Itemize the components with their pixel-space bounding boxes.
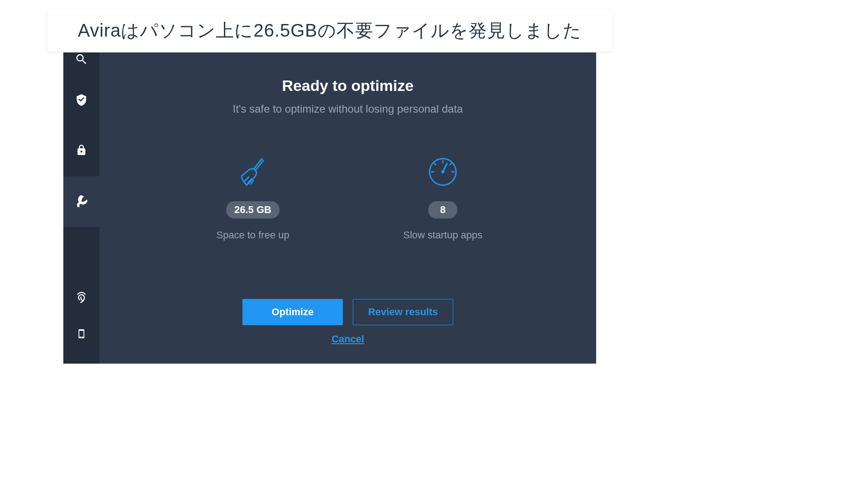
rocket-icon [75,194,88,209]
annotation-banner: Aviraはパソコン上に26.5GBの不要ファイルを発見しました [47,10,612,51]
metric-space: 26.5 GB Space to free up [203,156,303,241]
main-content: Ready to optimize It's safe to optimize … [100,52,596,364]
broom-icon [237,156,269,188]
app-window: Ready to optimize It's safe to optimize … [63,52,596,364]
cancel-link[interactable]: Cancel [332,333,364,345]
lock-icon [76,144,87,158]
metric-startup: 8 Slow startup apps [393,156,493,241]
gauge-icon [427,156,459,188]
startup-label: Slow startup apps [403,229,483,241]
review-results-button[interactable]: Review results [353,299,453,325]
sidebar-item-performance[interactable] [63,176,100,227]
magnifier-icon [75,52,88,68]
page-title: Ready to optimize [282,77,414,95]
sidebar-item-privacy[interactable] [63,126,100,176]
sidebar-item-scan[interactable] [63,52,100,75]
phone-icon [76,327,86,342]
optimize-button[interactable]: Optimize [242,299,343,325]
space-badge: 26.5 GB [226,201,280,218]
sidebar-item-security[interactable] [63,75,100,126]
sidebar-item-identity[interactable] [63,280,100,317]
action-row: Optimize Review results [242,299,453,325]
fingerprint-icon [75,291,88,306]
svg-line-10 [450,163,451,165]
sidebar [63,52,100,364]
startup-badge: 8 [428,201,457,218]
metrics-row: 26.5 GB Space to free up [203,156,493,241]
page-subtitle: It's safe to optimize without losing per… [233,103,463,115]
sidebar-item-mobile[interactable] [63,317,100,353]
svg-line-2 [245,177,249,181]
space-label: Space to free up [216,229,289,241]
svg-point-6 [441,171,445,174]
banner-text: Aviraはパソコン上に26.5GBの不要ファイルを発見しました [78,20,582,40]
svg-line-11 [434,163,436,165]
shield-check-icon [75,93,88,108]
